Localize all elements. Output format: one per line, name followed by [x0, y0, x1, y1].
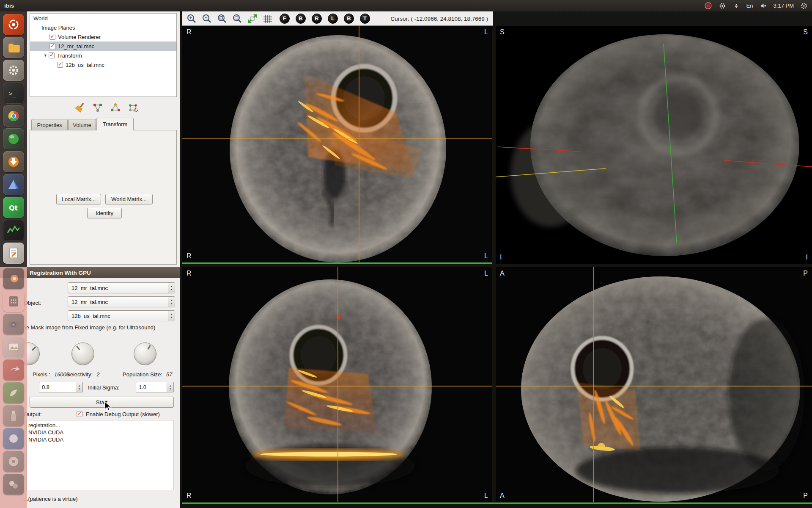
sync-arrows-icon[interactable]	[732, 2, 740, 10]
button-label: R	[315, 15, 318, 22]
expander-icon[interactable]	[44, 53, 48, 58]
tree-item-image-planes[interactable]: Image Planes	[30, 23, 176, 32]
tree-item-12-mr-tal[interactable]: 12_mr_tal.mnc	[30, 41, 176, 51]
record-indicator-icon[interactable]	[705, 2, 712, 10]
tree-item-12b-us-tal[interactable]: 12b_us_tal.mnc	[30, 60, 176, 69]
zoom-selection-icon[interactable]	[231, 13, 243, 25]
launcher-icon-disks[interactable]	[3, 451, 24, 472]
launcher-icon-blender[interactable]	[3, 268, 24, 289]
dial-notch	[76, 346, 80, 351]
object-combo[interactable]: 12_mr_tal.mnc	[68, 296, 175, 307]
crosshair-horizontal[interactable]	[182, 386, 492, 387]
keyboard-indicator[interactable]: En	[746, 3, 753, 9]
local-matrix-button[interactable]: Local Matrix...	[56, 194, 101, 204]
launcher-icon-system-settings[interactable]	[3, 60, 24, 81]
launcher-icon-dash-home[interactable]	[3, 14, 24, 35]
checkbox-checked[interactable]	[57, 62, 63, 68]
node-network-icon[interactable]	[109, 101, 122, 114]
zoom-out-icon[interactable]	[201, 13, 213, 25]
volume-muted-icon[interactable]	[760, 2, 767, 10]
tree-item-volume-renderer[interactable]: Volume Renderer	[30, 32, 176, 41]
expand-view-icon[interactable]	[247, 13, 258, 25]
combo-arrows-icon[interactable]	[168, 311, 175, 321]
launcher-icon-usb-creator[interactable]	[3, 405, 24, 426]
dial-notch	[147, 345, 151, 350]
checkbox-checked[interactable]	[49, 43, 55, 49]
camera-top-button[interactable]: T	[360, 14, 370, 24]
window-title: ibis	[4, 3, 14, 9]
launcher-icon-downloads[interactable]	[3, 151, 24, 172]
crosshair-vertical[interactable]	[337, 267, 338, 502]
camera-front-button[interactable]: F	[280, 14, 290, 24]
ultrasound-combo[interactable]: 12b_us_tal.mnc	[68, 310, 175, 321]
sigma-spinbox-1[interactable]: 0.8	[39, 382, 83, 392]
launcher-icon-system-monitor[interactable]	[3, 220, 24, 241]
sigma-spinbox-2[interactable]: 1.0	[136, 382, 174, 392]
launcher-icon-media-player[interactable]	[3, 128, 24, 149]
spin-arrows-icon[interactable]	[76, 382, 82, 392]
selectivity-dial[interactable]	[71, 342, 94, 365]
population-dial[interactable]	[134, 342, 156, 365]
checkbox-checked[interactable]	[49, 34, 55, 40]
threed-viewport[interactable]: S S I I	[496, 26, 812, 264]
clock[interactable]: 3:17 PM	[774, 3, 794, 9]
transverse-viewport[interactable]: R L R L	[182, 26, 492, 264]
mouse-cursor	[104, 401, 114, 412]
camera-bottom-button[interactable]: B	[344, 14, 354, 24]
zoom-fit-icon[interactable]	[216, 13, 228, 25]
crosshair-vertical[interactable]	[359, 26, 359, 262]
world-matrix-button[interactable]: World Matrix...	[105, 194, 153, 204]
identity-button[interactable]: Identity	[87, 208, 122, 218]
launcher-icon-terminal[interactable]: >_	[3, 83, 24, 104]
fixed-image-combo[interactable]: 12_mr_tal.mnc	[68, 282, 175, 293]
tree-item-label: 12_mr_tal.mnc	[58, 43, 94, 50]
launcher-icon-files[interactable]	[3, 37, 24, 58]
tab-volume[interactable]: Volume	[68, 119, 96, 130]
coronal-viewport[interactable]: R L R L	[182, 267, 492, 502]
launcher-icon-photos[interactable]	[3, 428, 24, 449]
crosshair-horizontal[interactable]	[496, 386, 812, 387]
camera-back-button[interactable]: B	[296, 14, 306, 24]
camera-left-button[interactable]: L	[328, 14, 338, 24]
keyboard-settings-icon[interactable]	[719, 2, 726, 10]
combo-arrows-icon[interactable]	[168, 297, 175, 307]
crosshair-vertical[interactable]	[593, 267, 594, 502]
spin-arrows-icon[interactable]	[167, 382, 173, 392]
launcher-icon-green-app[interactable]	[3, 382, 24, 403]
launcher-icon-graphics-editor[interactable]	[3, 474, 24, 495]
camera-right-button[interactable]: R	[312, 14, 322, 24]
debug-output-label[interactable]: Enable Debug Output (slower)	[86, 411, 160, 417]
launcher-icon-red-arrow-app[interactable]	[3, 359, 24, 381]
zoom-in-icon[interactable]	[186, 13, 198, 25]
crosshair-horizontal[interactable]	[182, 138, 492, 139]
debug-output-checkbox[interactable]	[77, 411, 82, 417]
checkbox-checked[interactable]	[49, 52, 55, 58]
sagittal-viewport[interactable]: A P A P	[496, 267, 812, 502]
start-button[interactable]: Start	[30, 397, 174, 408]
launcher-icon-image-viewer[interactable]	[3, 174, 24, 195]
registration-status-text: ....(patience is a virtue)	[22, 496, 78, 502]
mask-option-label[interactable]: te Mask Image from Fixed Image (e.g. for…	[25, 324, 155, 331]
scene-graph-icon[interactable]	[91, 101, 104, 114]
launcher-icon-text-editor[interactable]	[3, 243, 24, 264]
tree-item-world[interactable]: World	[30, 14, 176, 23]
tree-item-transform[interactable]: Transform	[30, 51, 176, 60]
orientation-letter: L	[484, 28, 488, 36]
tab-properties[interactable]: Properties	[31, 119, 68, 130]
grid-icon[interactable]	[262, 13, 274, 25]
launcher-icon-qt[interactable]: Qt	[3, 197, 24, 218]
launcher-icon-chromium[interactable]	[3, 105, 24, 127]
tab-transform[interactable]: Transform	[96, 118, 134, 130]
launcher-icon-screenshot-tool[interactable]	[3, 337, 24, 358]
orientation-letter: P	[803, 492, 808, 500]
registration-log[interactable]: registration... NVIDIA CUDA NVIDIA CUDA	[26, 420, 173, 490]
orientation-letter: L	[484, 252, 488, 260]
launcher-icon-calculator[interactable]	[3, 291, 24, 312]
session-gear-icon[interactable]	[800, 2, 808, 10]
clean-scene-broom-icon[interactable]	[74, 101, 86, 114]
orientation-letter: R	[187, 252, 192, 260]
node-settings-icon[interactable]	[127, 101, 140, 114]
tab-label: Transform	[103, 121, 128, 127]
combo-arrows-icon[interactable]	[168, 283, 175, 293]
launcher-icon-camera[interactable]	[3, 314, 24, 335]
